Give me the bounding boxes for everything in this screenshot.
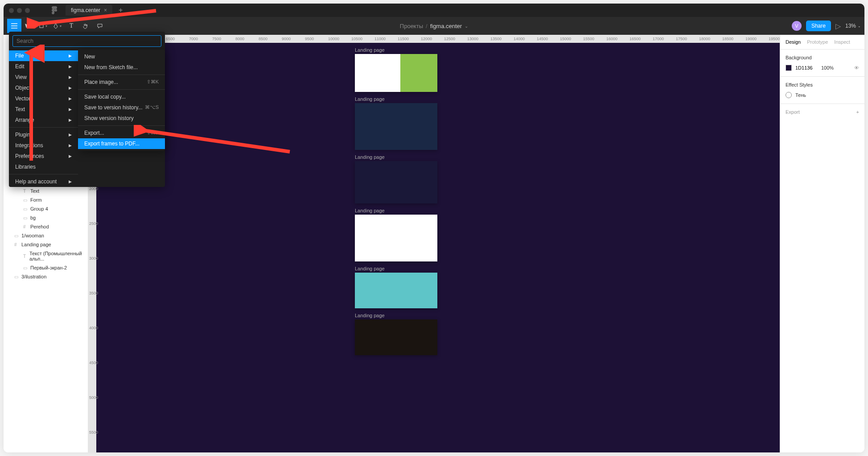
submenu-item-new-from-sketch-file-[interactable]: New from Sketch file...: [78, 62, 165, 73]
menu-item-view[interactable]: View▶: [9, 72, 78, 83]
effect-name[interactable]: Тень: [795, 92, 806, 98]
move-tool[interactable]: ▾: [21, 19, 36, 33]
tab-inspect[interactable]: Inspect: [834, 35, 850, 49]
frame-icon: #: [14, 242, 19, 247]
chevron-right-icon: ▶: [69, 64, 72, 69]
svg-point-0: [54, 9, 57, 12]
zoom-control[interactable]: 13% ⌄: [845, 23, 861, 29]
layer-label: 1/wooman: [21, 233, 44, 238]
submenu-item-export-frames-to-pdf-[interactable]: Export frames to PDF...: [78, 138, 165, 149]
menu-item-edit[interactable]: Edit▶: [9, 61, 78, 72]
export-label: Export: [786, 109, 800, 115]
menu-item-file[interactable]: File▶: [9, 50, 78, 61]
frame-thumbnail: [355, 54, 437, 92]
breadcrumb-file: figma.center: [430, 23, 462, 29]
tab-label: figma.center: [71, 7, 100, 13]
shortcut-label: ⇧⌘K: [147, 79, 159, 85]
submenu-item-new[interactable]: New: [78, 51, 165, 62]
close-icon[interactable]: ×: [104, 7, 107, 13]
file-tab[interactable]: figma.center ×: [66, 5, 112, 16]
tab-design[interactable]: Design: [786, 35, 801, 49]
comment-tool[interactable]: [93, 19, 107, 33]
frame-label: Landing page: [355, 96, 437, 102]
frame-label: Landing page: [355, 154, 437, 160]
tab-prototype[interactable]: Prototype: [807, 35, 828, 49]
canvas-frame[interactable]: Landing page: [355, 266, 437, 308]
frame-label: Landing page: [355, 208, 437, 213]
layer-label: Group 4: [30, 206, 48, 211]
canvas-frame[interactable]: Landing page: [355, 208, 437, 261]
submenu-item-show-version-history[interactable]: Show version history: [78, 113, 165, 124]
layer-item[interactable]: ▭3/ilustration: [4, 272, 88, 281]
background-swatch[interactable]: [786, 65, 792, 71]
add-tab-icon[interactable]: +: [119, 6, 123, 14]
layer-item[interactable]: ▭Form: [4, 195, 88, 204]
shortcut-label: ⌘⌥S: [145, 104, 159, 111]
chevron-right-icon: ▶: [69, 179, 72, 184]
text-icon: T: [23, 254, 27, 258]
layer-item[interactable]: ▭Первый-экран-2: [4, 263, 88, 272]
chevron-right-icon: ▶: [69, 143, 72, 148]
menu-item-vector[interactable]: Vector▶: [9, 93, 78, 104]
canvas-frame[interactable]: Landing page: [355, 96, 437, 150]
canvas-area[interactable]: 5000550060006500700075008000850090009500…: [88, 35, 780, 452]
effect-icon[interactable]: [786, 92, 792, 98]
submenu-item-place-image-[interactable]: Place image...⇧⌘K: [78, 77, 165, 87]
layer-item[interactable]: ▭1/wooman: [4, 231, 88, 240]
chevron-right-icon: ▶: [69, 86, 72, 90]
frame-label: Landing page: [355, 47, 437, 53]
figma-logo-icon: [51, 6, 58, 14]
eye-icon[interactable]: 👁: [854, 65, 859, 70]
frame-thumbnail: [355, 215, 437, 261]
present-icon[interactable]: ▷: [835, 22, 841, 30]
svg-rect-1: [40, 24, 43, 28]
menu-item-help-and-account[interactable]: Help and account▶: [9, 176, 78, 187]
layer-label: Landing page: [21, 242, 51, 247]
text-icon: T: [23, 189, 28, 193]
breadcrumb-root: Проекты: [400, 23, 423, 29]
main-menu-button[interactable]: [7, 19, 21, 33]
layer-item[interactable]: #Perehod: [4, 222, 88, 231]
frame-label: Landing page: [355, 313, 437, 318]
background-opacity[interactable]: 100%: [821, 65, 834, 70]
chevron-right-icon: ▶: [69, 54, 72, 58]
background-hex-input[interactable]: [795, 65, 818, 70]
submenu-item-save-local-copy-[interactable]: Save local copy...: [78, 91, 165, 102]
frame-icon: #: [23, 224, 28, 229]
avatar[interactable]: V: [792, 21, 802, 31]
menu-item-plugins[interactable]: Plugins▶: [9, 129, 78, 140]
window-controls[interactable]: [9, 8, 30, 13]
layer-label: Perehod: [30, 224, 49, 229]
layer-item[interactable]: ▭Group 4: [4, 204, 88, 213]
canvas-frame[interactable]: Landing page: [355, 313, 437, 355]
submenu-item-export-[interactable]: Export...⇧⌘E: [78, 128, 165, 138]
text-tool[interactable]: T: [64, 19, 78, 33]
hand-tool[interactable]: [78, 19, 93, 33]
layer-label: 3/ilustration: [21, 274, 46, 279]
canvas-frame[interactable]: Landing page: [355, 154, 437, 203]
share-button[interactable]: Share: [806, 21, 831, 31]
layer-label: bg: [30, 215, 36, 220]
layer-item[interactable]: #Landing page: [4, 240, 88, 249]
menu-item-integrations[interactable]: Integrations▶: [9, 140, 78, 151]
layer-item[interactable]: TТекст (Промышленный альп...: [4, 249, 88, 263]
menu-item-arrange[interactable]: Arrange▶: [9, 115, 78, 125]
menu-item-object[interactable]: Object▶: [9, 83, 78, 93]
breadcrumb[interactable]: Проекты / figma.center ⌄: [400, 23, 468, 29]
layer-item[interactable]: ▭bg: [4, 213, 88, 222]
chevron-right-icon: ▶: [69, 133, 72, 137]
menu-item-libraries[interactable]: Libraries: [9, 162, 78, 172]
menu-item-text[interactable]: Text▶: [9, 104, 78, 115]
frame-thumbnail: [355, 161, 437, 203]
frame-tool[interactable]: ▾: [36, 19, 50, 33]
menu-item-preferences[interactable]: Preferences▶: [9, 151, 78, 162]
layer-item[interactable]: TText: [4, 187, 88, 195]
menu-search-input[interactable]: [12, 35, 161, 47]
pen-tool[interactable]: ▾: [50, 19, 64, 33]
canvas-frame[interactable]: Landing page: [355, 47, 437, 92]
submenu-item-save-to-version-history-[interactable]: Save to version history...⌘⌥S: [78, 102, 165, 113]
frame-thumbnail: [355, 103, 437, 150]
frame-thumbnail: [355, 319, 437, 355]
add-export-icon[interactable]: +: [856, 109, 859, 115]
rect-icon: ▭: [23, 207, 28, 211]
